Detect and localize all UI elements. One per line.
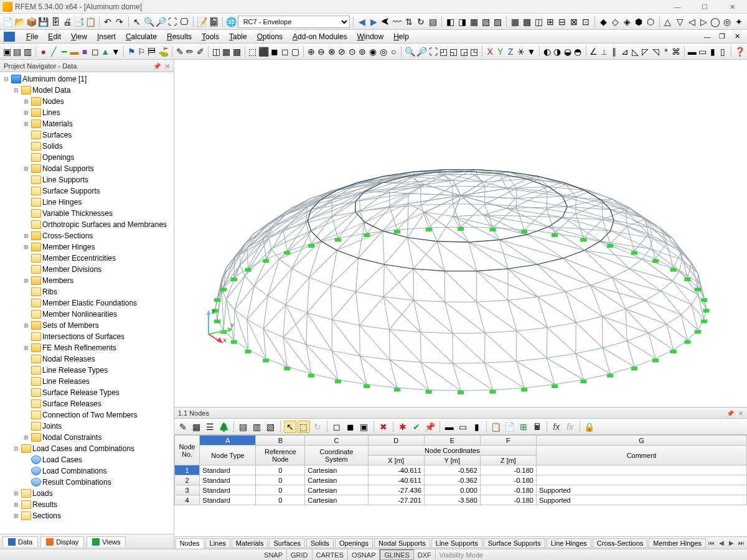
grid1-icon[interactable]: ▦ — [510, 16, 520, 28]
ex3-icon[interactable]: ◒ — [563, 45, 573, 58]
table-tab-line-hinges[interactable]: Line Hinges — [547, 538, 591, 548]
tb-copy-icon[interactable]: 📋 — [490, 421, 502, 433]
table-tab-openings[interactable]: Openings — [335, 538, 373, 548]
col-comment[interactable]: Comment — [536, 446, 746, 465]
draw3-icon[interactable]: ✐ — [195, 45, 205, 58]
moments-icon[interactable]: ↻ — [416, 16, 426, 28]
ax-xyz-icon[interactable]: ⚹ — [517, 45, 526, 58]
tree-fe-mesh-refinements[interactable]: ⊞FE Mesh Refinements — [0, 342, 174, 353]
tab-data[interactable]: Data — [2, 536, 38, 547]
status-cartes[interactable]: CARTES — [312, 549, 348, 560]
menu-options[interactable]: Options — [252, 31, 288, 42]
tb-star-icon[interactable]: ✱ — [397, 421, 409, 433]
node-icon[interactable]: ● — [39, 45, 48, 58]
table-tab-member-hinges[interactable]: Member Hinges — [649, 538, 706, 548]
tree-member-elastic-foundations[interactable]: Member Elastic Foundations — [0, 297, 174, 309]
ang2-icon[interactable]: ⟂ — [599, 45, 609, 58]
s7-icon[interactable]: ◉ — [369, 45, 378, 58]
tree-model-data[interactable]: ⊟Model Data — [0, 85, 174, 96]
status-dxf[interactable]: DXF — [414, 549, 436, 560]
menu-table[interactable]: Table — [224, 31, 252, 42]
tree-loads[interactable]: ⊞Loads — [0, 488, 174, 499]
tab-display[interactable]: Display — [40, 536, 84, 547]
render1-icon[interactable]: ◆ — [598, 16, 609, 28]
copy-icon[interactable]: 📋 — [85, 16, 96, 28]
draw1-icon[interactable]: ✎ — [175, 45, 184, 58]
table-tab-surfaces[interactable]: Surfaces — [269, 538, 304, 548]
menu-insert[interactable]: Insert — [92, 31, 121, 42]
tb-filter2-icon[interactable]: ▥ — [251, 421, 263, 433]
data-grid[interactable]: NodeNo.ABCDEFG Node Type ReferenceNode C… — [174, 435, 747, 536]
col-nodetype[interactable]: Node Type — [200, 446, 256, 465]
ang8-icon[interactable]: * — [662, 45, 671, 58]
tree-nodal-constraints[interactable]: ⊞Nodal Constraints — [0, 432, 174, 443]
zoomwindow-icon[interactable]: 🔎 — [156, 16, 166, 28]
table-tab-cross-sections[interactable]: Cross-Sections — [593, 538, 648, 548]
tb-paste-icon[interactable]: 📄 — [504, 421, 516, 433]
ang9-icon[interactable]: ⌘ — [672, 45, 681, 58]
status-osnap[interactable]: OSNAP — [348, 549, 380, 560]
tb-sel2-icon[interactable]: ⬚ — [298, 421, 310, 433]
tb-ok-icon[interactable]: ✔ — [410, 421, 423, 433]
navigator-tree[interactable]: ⊟Aluminum dome [1]⊟Model Data⊞Nodes⊞Line… — [0, 72, 174, 534]
q5-icon[interactable]: ◱ — [449, 45, 458, 58]
tree-members[interactable]: ⊞Members — [0, 275, 174, 286]
tree-load-combinations[interactable]: Load Combinations — [0, 465, 174, 477]
member-icon[interactable]: ━ — [60, 45, 69, 58]
save-icon[interactable]: 💾 — [38, 16, 49, 28]
maximize-button[interactable]: ☐ — [692, 1, 717, 13]
tb-b1-icon[interactable]: ◻ — [331, 421, 343, 433]
status-snap[interactable]: SNAP — [260, 549, 287, 560]
print-icon[interactable]: 🖨 — [62, 16, 72, 28]
r3-icon[interactable]: ▮ — [708, 45, 718, 58]
col-letter-A[interactable]: A — [200, 436, 256, 446]
table-tab-nodal-supports[interactable]: Nodal Supports — [374, 538, 430, 548]
tree-member-divisions[interactable]: Member Divisions — [0, 264, 174, 275]
r4-icon[interactable]: ▯ — [718, 45, 728, 58]
tree-surface-releases[interactable]: Surface Releases — [0, 398, 174, 409]
notes-icon[interactable]: 📓 — [209, 16, 219, 28]
redo-icon[interactable]: ↷ — [115, 16, 125, 28]
q2-icon[interactable]: 🔎 — [416, 45, 427, 58]
menu-help[interactable]: Help — [388, 31, 414, 42]
grid7-icon[interactable]: ⊡ — [581, 16, 591, 28]
package-icon[interactable]: 📦 — [26, 16, 37, 28]
view4-icon[interactable]: ▷ — [698, 16, 709, 28]
t4-icon[interactable]: ◻ — [280, 45, 289, 58]
ang6-icon[interactable]: ◸ — [641, 45, 650, 58]
flag-icon[interactable]: ⚑ — [127, 45, 136, 58]
table-tab-materials[interactable]: Materials — [232, 538, 268, 548]
ax-y-icon[interactable]: Y — [496, 45, 505, 58]
loadcase-combo[interactable]: RC7 - Envelope — [238, 16, 350, 28]
grid3-icon[interactable]: ◫ — [533, 16, 544, 28]
tree-cross-sections[interactable]: ⊞Cross-Sections — [0, 230, 174, 241]
tree-lines[interactable]: ⊞Lines — [0, 107, 174, 118]
menu-file[interactable]: File — [21, 31, 43, 42]
menu-tools[interactable]: Tools — [197, 31, 224, 42]
tb-filter3-icon[interactable]: ▧ — [265, 421, 277, 433]
render5-icon[interactable]: ⬡ — [646, 16, 656, 28]
ax-dd-icon[interactable]: ▼ — [527, 45, 536, 58]
q1-icon[interactable]: 🔍 — [405, 45, 415, 58]
table-row[interactable]: 4Standard0Cartesian-27.201-3.580-0.180Su… — [174, 495, 746, 505]
tree-root[interactable]: ⊟Aluminum dome [1] — [0, 73, 174, 85]
new-icon[interactable]: 📄 — [2, 16, 13, 28]
menu-window[interactable]: Window — [352, 31, 388, 42]
tree-materials[interactable]: ⊞Materials — [0, 118, 174, 129]
table-tab-lines[interactable]: Lines — [205, 538, 230, 548]
status-visibility[interactable]: Visibility Mode — [436, 549, 487, 560]
ang1-icon[interactable]: ∠ — [590, 45, 599, 58]
render3-icon[interactable]: ◈ — [622, 16, 632, 28]
tb-calc-icon[interactable]: 🖩 — [531, 421, 543, 433]
table-tab-solids[interactable]: Solids — [306, 538, 334, 548]
view5-icon[interactable]: ◯ — [710, 16, 721, 28]
tree-line-supports[interactable]: Line Supports — [0, 174, 174, 185]
status-grid[interactable]: GRID — [287, 549, 312, 560]
view7-icon[interactable]: ✦ — [734, 16, 745, 28]
table-row[interactable]: 1Standard0Cartesian-40.611-0.562-0.180 — [174, 465, 746, 475]
mod3-icon[interactable]: ▩ — [232, 45, 242, 58]
col-letter-D[interactable]: D — [368, 436, 424, 446]
tab-last-icon[interactable]: ⏭ — [737, 539, 746, 546]
tool-a-icon[interactable]: ▣ — [2, 45, 12, 58]
col-letter-E[interactable]: E — [424, 436, 480, 446]
